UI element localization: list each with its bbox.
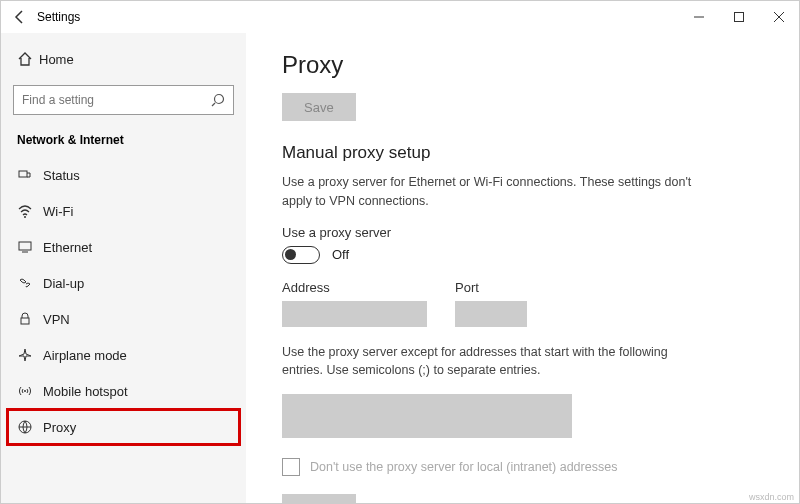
sidebar-item-proxy[interactable]: Proxy	[7, 409, 240, 445]
content-area: Proxy Save Manual proxy setup Use a prox…	[246, 33, 799, 503]
address-label: Address	[282, 280, 427, 295]
save-button-top[interactable]: Save	[282, 93, 356, 121]
exceptions-input[interactable]	[282, 394, 572, 438]
port-label: Port	[455, 280, 527, 295]
svg-rect-4	[19, 242, 31, 250]
sidebar-item-vpn[interactable]: VPN	[7, 301, 240, 337]
sidebar-item-label: Wi-Fi	[43, 204, 73, 219]
globe-icon	[17, 419, 43, 435]
wifi-icon	[17, 203, 43, 219]
sidebar-item-label: Mobile hotspot	[43, 384, 128, 399]
intranet-label: Don't use the proxy server for local (in…	[310, 460, 617, 474]
body: Home Network & Internet Status Wi-Fi	[1, 33, 799, 503]
sidebar-item-dialup[interactable]: Dial-up	[7, 265, 240, 301]
sidebar-item-ethernet[interactable]: Ethernet	[7, 229, 240, 265]
sidebar-item-hotspot[interactable]: Mobile hotspot	[7, 373, 240, 409]
category-heading: Network & Internet	[7, 129, 240, 157]
hotspot-icon	[17, 383, 43, 399]
intranet-row: Don't use the proxy server for local (in…	[282, 458, 759, 476]
exceptions-label: Use the proxy server except for addresse…	[282, 343, 712, 381]
sidebar-item-label: Airplane mode	[43, 348, 127, 363]
sidebar-item-airplane[interactable]: Airplane mode	[7, 337, 240, 373]
back-button[interactable]	[13, 10, 37, 24]
sidebar-item-wifi[interactable]: Wi-Fi	[7, 193, 240, 229]
svg-point-3	[24, 216, 26, 218]
address-input[interactable]	[282, 301, 427, 327]
vpn-icon	[17, 311, 43, 327]
toggle-state: Off	[332, 247, 349, 262]
intranet-checkbox[interactable]	[282, 458, 300, 476]
address-port-row: Address Port	[282, 280, 759, 327]
dialup-icon	[17, 275, 43, 291]
section-heading: Manual proxy setup	[282, 143, 759, 163]
sidebar: Home Network & Internet Status Wi-Fi	[1, 33, 246, 503]
search-input[interactable]	[22, 93, 211, 107]
sidebar-item-label: VPN	[43, 312, 70, 327]
minimize-button[interactable]	[679, 1, 719, 33]
maximize-button[interactable]	[719, 1, 759, 33]
section-description: Use a proxy server for Ethernet or Wi-Fi…	[282, 173, 712, 211]
svg-rect-0	[735, 13, 744, 22]
svg-rect-5	[21, 318, 29, 324]
home-nav[interactable]: Home	[7, 43, 240, 75]
toggle-knob	[285, 249, 296, 260]
nav-list: Status Wi-Fi Ethernet Dial-up VPN	[7, 157, 240, 445]
sidebar-item-label: Ethernet	[43, 240, 92, 255]
port-input[interactable]	[455, 301, 527, 327]
svg-rect-2	[19, 171, 27, 177]
search-icon	[211, 93, 225, 107]
svg-point-1	[215, 95, 224, 104]
window-title: Settings	[37, 10, 80, 24]
proxy-toggle-row: Off	[282, 246, 759, 264]
status-icon	[17, 167, 43, 183]
home-icon	[17, 51, 39, 67]
settings-window: Settings Home	[0, 0, 800, 504]
window-controls	[679, 1, 799, 33]
sidebar-item-status[interactable]: Status	[7, 157, 240, 193]
ethernet-icon	[17, 239, 43, 255]
home-label: Home	[39, 52, 74, 67]
titlebar: Settings	[1, 1, 799, 33]
port-field: Port	[455, 280, 527, 327]
proxy-toggle[interactable]	[282, 246, 320, 264]
save-button-bottom[interactable]: Save	[282, 494, 356, 503]
sidebar-item-label: Proxy	[43, 420, 76, 435]
toggle-label: Use a proxy server	[282, 225, 759, 240]
watermark: wsxdn.com	[749, 492, 794, 502]
close-button[interactable]	[759, 1, 799, 33]
airplane-icon	[17, 347, 43, 363]
page-title: Proxy	[282, 51, 759, 79]
address-field: Address	[282, 280, 427, 327]
search-box[interactable]	[13, 85, 234, 115]
sidebar-item-label: Dial-up	[43, 276, 84, 291]
svg-point-6	[24, 390, 26, 392]
sidebar-item-label: Status	[43, 168, 80, 183]
